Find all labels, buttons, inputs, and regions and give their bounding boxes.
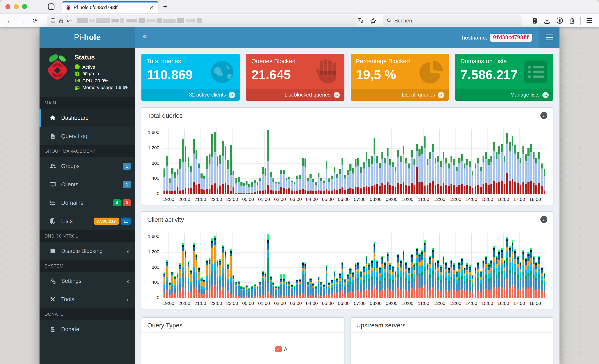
seg	[536, 290, 537, 298]
seg	[238, 182, 240, 193]
card-footer-link[interactable]: Manage lists➜	[455, 89, 554, 101]
card-footer-link[interactable]: List blocked queries➜	[246, 89, 344, 101]
seg	[254, 285, 255, 286]
close-window-button[interactable]	[5, 4, 10, 9]
seg	[434, 263, 436, 264]
sidebar-item-query-log[interactable]: Query Log	[40, 127, 135, 145]
new-tab-button[interactable]: +	[163, 2, 167, 11]
seg	[328, 290, 330, 291]
tab-close-icon[interactable]: ✕	[149, 4, 155, 10]
zoom-window-button[interactable]	[22, 4, 27, 9]
url-bar[interactable]	[47, 15, 358, 26]
seg	[323, 288, 325, 289]
sidebar-item-lists[interactable]: Lists 7.586.217 11	[40, 212, 135, 230]
extensions-icon[interactable]	[566, 17, 578, 24]
seg	[400, 267, 402, 271]
translate-icon[interactable]: A	[354, 18, 367, 24]
seg	[235, 296, 237, 298]
seg	[541, 276, 543, 281]
seg	[304, 266, 306, 269]
sidebar-item-domains[interactable]: Domains 4 0	[40, 194, 135, 212]
downloads-icon[interactable]	[541, 17, 553, 24]
seg	[166, 166, 168, 190]
seg	[440, 280, 442, 283]
card-footer-link[interactable]: 32 active clients➜	[141, 89, 240, 101]
bookmark-star-icon[interactable]	[367, 17, 379, 24]
seg	[286, 283, 288, 284]
seg	[517, 264, 519, 268]
key-icon[interactable]	[67, 18, 72, 23]
seg	[411, 274, 413, 277]
seg	[445, 273, 447, 278]
seg	[179, 169, 181, 191]
card-percentage-blocked[interactable]: Percentage Blocked 19,5 % List all queri…	[351, 54, 449, 101]
seg	[371, 277, 373, 280]
pihole-logo[interactable]: Pi-hole	[40, 27, 135, 48]
seg	[278, 289, 280, 290]
seg	[251, 286, 253, 287]
seg	[485, 152, 487, 159]
card-footer-link[interactable]: List all queries➜	[351, 89, 449, 101]
sidebar-item-groups[interactable]: Groups 1	[40, 157, 135, 175]
sidebar-collapse-button[interactable]: «	[143, 32, 147, 41]
seg	[381, 278, 383, 289]
seg	[195, 273, 197, 278]
seg	[424, 241, 426, 243]
search-input[interactable]: Suchen	[383, 15, 522, 26]
seg	[496, 256, 497, 257]
account-icon[interactable]	[553, 17, 566, 24]
seg	[389, 185, 391, 194]
sidebar-item-settings[interactable]: Settings ‹	[40, 272, 135, 290]
navbar-menu-toggle[interactable]	[539, 27, 559, 48]
sidebar-item-disable-blocking[interactable]: Disable Blocking ‹	[40, 242, 135, 260]
forward-button[interactable]: →	[19, 17, 26, 24]
back-button[interactable]: ←	[7, 17, 13, 24]
seg	[427, 185, 428, 194]
card-domains-on-lists[interactable]: Domains on Lists 7.586.217 Manage lists➜	[455, 54, 554, 101]
seg	[413, 281, 415, 290]
client-activity-chart[interactable]: 04008001.2001.60019:0020:0021:0022:0023:…	[144, 230, 549, 309]
seg	[331, 285, 333, 288]
firefox-view-icon[interactable]	[47, 3, 55, 10]
seg	[328, 285, 330, 287]
seg	[458, 164, 460, 185]
seg	[219, 290, 221, 298]
sidebar-item-clients[interactable]: Clients 1	[40, 175, 135, 194]
info-icon[interactable]: i	[540, 112, 547, 119]
seg	[355, 167, 357, 187]
minimize-window-button[interactable]	[14, 4, 19, 9]
sidebar-item-tools[interactable]: Tools ‹	[40, 290, 135, 308]
seg	[413, 290, 415, 298]
legend-item-a[interactable]: ✓ A	[275, 346, 287, 352]
seg	[445, 185, 447, 194]
lock-icon[interactable]	[59, 18, 64, 23]
seg	[312, 283, 314, 284]
seg	[408, 168, 410, 186]
seg	[448, 281, 450, 283]
shield-icon[interactable]	[50, 18, 56, 23]
total-queries-chart[interactable]: 04008001.2001.60019:0020:0021:0022:0023:…	[144, 126, 549, 205]
info-icon[interactable]: i	[540, 216, 547, 223]
pihole-raspberry-logo	[44, 53, 70, 81]
seg	[262, 273, 264, 274]
seg	[174, 285, 176, 288]
seg	[405, 290, 407, 298]
card-queries-blocked[interactable]: Queries Blocked 21.645 List blocked quer…	[246, 54, 344, 101]
sidebar-item-donate[interactable]: $ Donate	[40, 320, 135, 338]
seg	[472, 171, 474, 175]
seg	[171, 273, 173, 275]
seg	[488, 274, 490, 279]
browser-tab[interactable]: Pi-hole 0fd38cd798ff ✕	[62, 1, 158, 13]
seg	[522, 252, 524, 254]
sidebar-item-dashboard[interactable]: Dashboard	[40, 109, 135, 127]
seg	[453, 274, 455, 279]
seg	[355, 270, 357, 274]
card-total-queries[interactable]: Total queries 110.869 32 active clients➜	[141, 54, 240, 101]
legend-checkbox[interactable]: ✓	[275, 346, 282, 352]
seg	[291, 182, 293, 191]
password-manager-icon[interactable]	[528, 17, 541, 24]
window-controls[interactable]	[5, 4, 27, 9]
reload-button[interactable]: ⟳	[32, 17, 38, 24]
browser-menu-icon[interactable]	[587, 18, 592, 23]
seg	[227, 278, 229, 283]
